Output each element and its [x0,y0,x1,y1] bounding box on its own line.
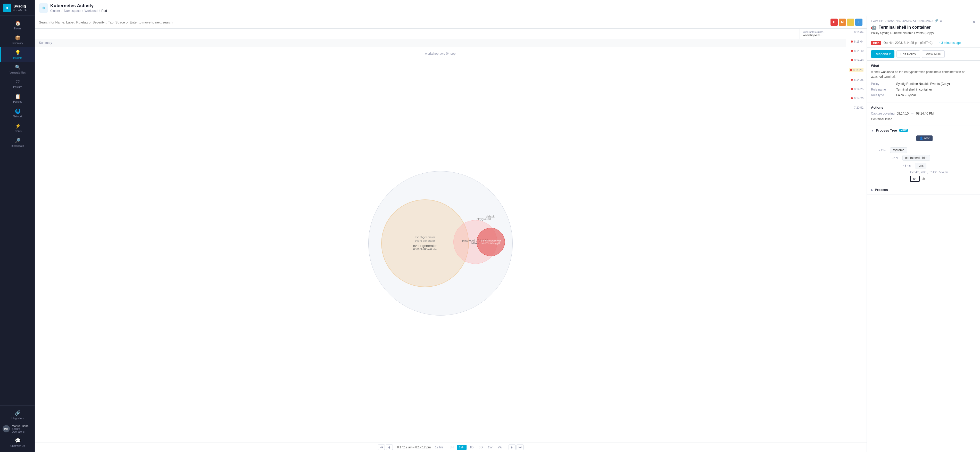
timeline-event-4[interactable]: 8:14:25 [851,78,864,81]
logo-icon: ⎈ [3,3,11,12]
timeline-prev-btn[interactable]: ⏴ [386,444,393,450]
period-1d-btn[interactable]: 1D [468,445,476,450]
root-node-row: 👤 root [873,136,976,144]
root-node: 👤 root [916,136,933,141]
close-detail-button[interactable]: ✕ [972,19,976,25]
event-title-row: 🤖 Terminal shell in container [871,24,942,30]
respond-arrow-icon: ▾ [889,52,891,56]
timeline-nav-right: ⏵ ⏭ [509,444,523,450]
timeline-time-7: 8:14:25 [854,88,864,91]
timeline-time-5: 8:14:25 [853,69,862,72]
timeline-event-3[interactable]: 8:14:40 [851,59,864,62]
process-tree-content: 👤 root - 2 hr systemd - 2 hr con [871,136,976,182]
sidebar-item-vulnerabilities[interactable]: 🔍 Vulnerabilities [0,62,35,77]
search-input[interactable] [39,21,829,24]
sidebar-nav: 🏠 Home 📦 Inventory 💡 Insights 🔍 Vulnerab… [0,16,35,405]
systemd-time: - 2 hr [873,149,886,152]
breadcrumb-cluster[interactable]: Cluster [50,9,60,13]
timeline-first-btn[interactable]: ⏮ [378,444,385,450]
bottom-bar: ⏮ ⏴ 8:17:12 am - 8:17:12 pm 12 hrs 3H 12… [35,442,867,452]
breadcrumb-namespace[interactable]: Namespace [64,9,80,13]
sidebar-item-home[interactable]: 🏠 Home [0,18,35,32]
posture-icon: 🛡 [16,79,20,85]
period-2w-btn[interactable]: 2W [496,445,504,450]
kubernetes-icon: ⎈ [39,3,48,13]
rule-type-field-label: Rule type [871,93,894,97]
capture-arrow-icon: → [911,112,914,115]
process-tree-chevron: ▼ [871,129,874,133]
timeline-event-selected[interactable]: 8:14:25 [849,68,864,72]
sidebar-item-integrations[interactable]: 🔗 Integrations [0,407,35,422]
view-rule-button[interactable]: View Rule [922,50,945,58]
timeline-next-btn[interactable]: ⏵ [509,444,515,450]
sh-label: sh [922,177,925,180]
timeline-event-5[interactable]: 8:14:25 [851,88,864,91]
time-period-controls: 3H 12H 1D 3D 1W 2W [448,445,504,450]
sidebar-item-posture[interactable]: 🛡 Posture [0,77,35,91]
home-icon: 🏠 [15,21,21,26]
process-collapse-section[interactable]: ▶ Process [867,185,980,195]
event-id-text: Event ID: 178afa2971979bd6107b38187894a0… [871,19,933,22]
timeline-event-6[interactable]: 8:14:25 [851,97,864,100]
sidebar-bottom: 🔗 Integrations MB Manuel Boira Secure Op… [0,405,35,452]
sidebar-item-inventory[interactable]: 📦 Inventory [0,32,35,47]
what-title: What [871,64,976,68]
timeline-last-btn[interactable]: ⏭ [517,444,523,450]
policy-field-value: Sysdig Runtime Notable Events (Copy) [896,82,976,86]
rule-name-field-row: Rule name Terminal shell in container [871,88,976,91]
timeline-nav: ⏮ ⏴ [378,444,393,450]
capture-end-time: 08:14:40 PM [916,112,934,115]
page-header: ⎈ Kubernetes Activity Cluster / Namespac… [35,0,980,16]
cluster-label: workshop-aws-04-sep [425,52,455,56]
runc-node[interactable]: runc [915,163,926,168]
period-3d-btn[interactable]: 3D [477,445,485,450]
search-bar: H M L I [35,16,867,29]
timeline-panel: 8:15:04 8:15:04 8:14:40 8:14:40 [846,29,867,442]
sidebar-item-policies[interactable]: 📋 Policies [0,91,35,106]
rule-name-field-value: Terminal shell in container [896,88,976,91]
containerd-row: - 2 hr containerd-shim [885,155,976,161]
sidebar-item-insights[interactable]: 💡 Insights [0,47,35,62]
timeline-time-1: 8:15:04 [854,31,864,34]
sidebar-item-investigate[interactable]: 🔎 Investigate [0,135,35,150]
period-12h-btn[interactable]: 12H [457,445,466,450]
systemd-node[interactable]: systemd [890,147,907,153]
event-id-link-icon[interactable]: 🔗 [935,19,938,22]
sh-highlighted-node[interactable]: sh [910,176,920,182]
severity-high-badge[interactable]: H [830,19,838,26]
sidebar-item-events[interactable]: ⚡ Events [0,120,35,135]
process-tree-section: ▼ Process Tree NEW 👤 root [867,125,980,185]
user-role: Secure Operations [12,428,32,433]
capture-label: Capture covering [871,112,894,115]
detail-panel: Event ID: 178afa2971979bd6107b38187894a0… [867,16,980,452]
period-1w-btn[interactable]: 1W [486,445,495,450]
severity-low-badge[interactable]: L [847,19,854,26]
timeline-time-8: 8:14:25 [854,97,864,100]
period-3h-btn[interactable]: 3H [448,445,456,450]
timeline-event-2[interactable]: 8:14:40 [851,49,864,53]
breadcrumb-pod: Pod [102,9,107,13]
edit-policy-button[interactable]: Edit Policy [896,50,920,58]
copy-icon[interactable]: ⧉ [940,19,942,22]
timeline-dot-3 [851,59,853,61]
timeline-time-3: 8:14:40 [854,49,864,53]
timeline-event-1[interactable]: 8:15:04 [851,40,864,43]
detail-meta-row: High Oct 4th, 2023, 8:14:25 pm (GMT+2) ~… [867,38,980,48]
timeline-dot-selected [850,69,852,71]
sidebar-item-chat[interactable]: 💬 Chat with Us [0,435,35,450]
severity-info-badge[interactable]: I [855,19,862,26]
containerd-time: - 2 hr [885,157,898,160]
respond-label: Respond [875,52,888,56]
random-microservice-circle[interactable]: random-microservice bdcd57cf88-wgg9lt [477,228,505,256]
containerd-node[interactable]: containerd-shim [902,155,930,161]
rule-name-field-label: Rule name [871,88,894,91]
sidebar-item-network[interactable]: 🌐 Network [0,106,35,120]
event-sh-timestamp: Oct 4th, 2023, 8:14:25.564 pm [910,171,976,174]
avatar: MB [3,425,10,433]
respond-button[interactable]: Respond ▾ [871,50,894,58]
process-tree-header[interactable]: ▼ Process Tree NEW [871,128,976,133]
breadcrumb-workload[interactable]: Workload [84,9,97,13]
left-panel: H M L I kubernetes.cluste... workshop-aw… [35,16,867,452]
sh-row: sh sh [910,176,976,182]
severity-medium-badge[interactable]: M [839,19,846,26]
